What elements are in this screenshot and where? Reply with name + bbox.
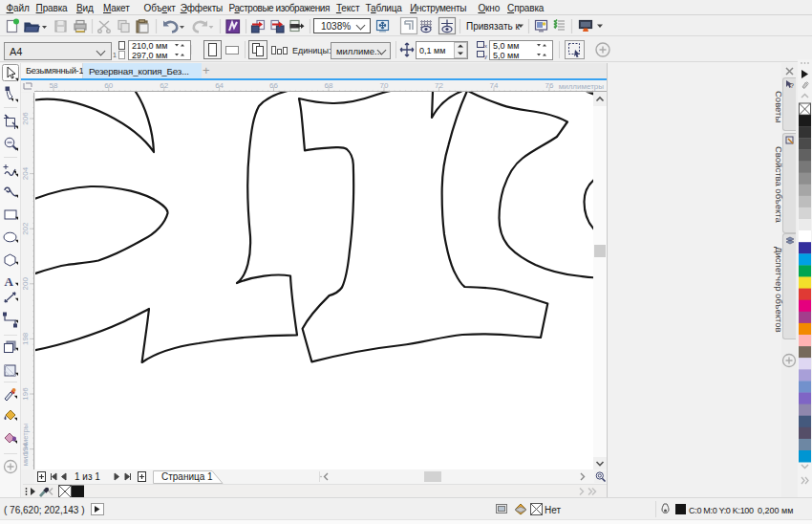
svg-text:297,0 мм: 297,0 мм [132,51,167,60]
svg-text:1 из 1: 1 из 1 [75,471,100,482]
svg-text:70: 70 [380,81,389,90]
svg-text:66: 66 [269,81,278,90]
svg-text:60: 60 [104,81,113,90]
svg-text:Страница 1: Страница 1 [161,471,213,482]
svg-text:5,0 мм: 5,0 мм [493,51,519,60]
svg-text:Единицы:: Единицы: [292,46,331,55]
svg-text:?: ? [790,82,794,89]
svg-text:0,1 мм: 0,1 мм [419,46,445,55]
svg-text:58: 58 [50,81,58,90]
svg-text:миллиметры: миллиметры [21,424,30,466]
svg-text:200: 200 [21,277,30,291]
svg-text:64: 64 [215,81,224,90]
svg-text:68: 68 [325,81,333,90]
svg-text:y: y [484,54,487,59]
svg-text:204: 204 [21,166,30,180]
svg-text:74: 74 [490,81,499,90]
svg-text:206: 206 [21,112,30,125]
svg-text:76: 76 [545,81,554,90]
svg-text:210,0 мм: 210,0 мм [132,41,167,51]
svg-text:72: 72 [435,81,443,90]
svg-text:x: x [484,43,487,49]
svg-text:202: 202 [21,222,30,235]
svg-text:198: 198 [21,332,30,345]
svg-text:1: 1 [113,52,117,58]
svg-text:5,0 мм: 5,0 мм [493,41,519,51]
svg-text:миллиметры: миллиметры [559,82,605,91]
svg-text:62: 62 [160,81,168,90]
svg-text:196: 196 [21,387,30,401]
svg-text:A: A [5,274,14,289]
